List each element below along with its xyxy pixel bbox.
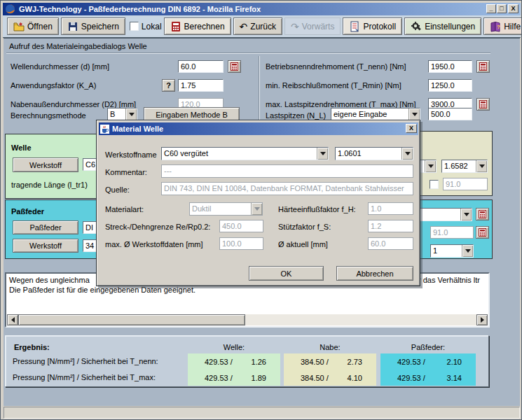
passfeder-title: Paßfeder [11,207,44,216]
materialart-label: Materialart: [105,205,144,214]
results-panel: Ergebnis: Welle: Nabe: Paßfeder: Pressun… [5,335,489,387]
document-icon [349,21,360,32]
save-floppy-icon [67,21,78,32]
dialog-close-button[interactable]: X [406,124,417,133]
protocol-button[interactable]: Protokoll [343,18,402,35]
dropdown-arrow-icon [251,203,262,215]
dropdown-arrow-icon[interactable] [460,209,472,220]
open-label: Öffnen [27,22,53,31]
material-number-combo[interactable]: 1.0601 [335,147,413,160]
dropdown-arrow-icon[interactable] [462,245,473,257]
dropdown-arrow-icon[interactable] [425,160,436,172]
dialog-title: Material Welle [112,125,163,133]
werkstoffname-combo[interactable]: C60 vergütet [161,147,329,160]
tragende-laenge-label: tragende Länge (l_tr1) [11,181,88,189]
close-button[interactable]: X [508,4,518,13]
application-window: GWJ-Technology - Paßfederberechnung DIN … [0,0,522,420]
nabe-number-value: 1.6582 [444,162,468,170]
calculator-icon [170,21,181,32]
open-button[interactable]: Öffnen [7,18,59,35]
dropdown-arrow-icon[interactable] [125,108,137,120]
trmin-label: min. Reibschlußmoment (T_Rmin) [Nm] [266,81,401,90]
browser-statusbar [4,407,520,419]
anwendungsfaktor-label: Anwendungsfaktor (K_A) [11,81,96,90]
berechnungsmethode-value: B [110,110,115,118]
column-passfeder: Paßfeder: [380,343,476,351]
tnenn-calc-button[interactable] [476,60,490,73]
help-book-icon: ? [490,21,501,32]
firefox-icon [5,4,16,15]
form-separator [6,52,490,54]
welle-werkstoff-button[interactable]: Werkstoff [13,158,78,172]
passfeder-calc-button-1[interactable] [476,208,489,220]
material-welle-dialog: Material Welle X Werkstoffname C60 vergü… [96,120,420,286]
calculate-button[interactable]: Berechnen [164,18,231,35]
passfeder-count-combo[interactable]: 1 [430,244,474,258]
result-welle-tmax: 429.53 /1.89 [188,370,280,386]
local-label: Lokal [142,22,162,31]
dropdown-arrow-icon[interactable] [401,148,413,160]
scrollbar-thumb[interactable] [18,314,245,326]
lastspitzen-input[interactable]: 500.0 [428,108,472,120]
dropdown-arrow-icon[interactable] [476,160,487,172]
settings-button[interactable]: Einstellungen [404,18,481,35]
passfeder-button[interactable]: Paßfeder [13,220,78,234]
dialog-titlebar[interactable]: Material Welle X [99,122,418,135]
question-button[interactable]: ? [162,79,175,92]
berechnungsmethode-label: Berechnungsmethode [11,111,86,120]
local-checkbox[interactable] [130,22,139,31]
material-number-value: 1.0601 [338,149,362,158]
nabe-value-field: 91.0 [443,178,488,190]
kommentar-field: --- [161,164,413,178]
werkstoffname-label: Werkstoffname [105,150,157,159]
quelle-field: DIN 743, DIN EN 10084, Datenbank FORMAT,… [161,182,413,195]
maximize-button[interactable]: □ [497,4,507,13]
passfeder-werkstoff-button[interactable]: Werkstoff [13,239,78,253]
result-nabe-tnenn: 384.50 /2.73 [284,354,376,370]
result-passfeder-tmax: 429.53 /3.14 [380,370,476,386]
undo-arrow-icon: ↶ [240,22,248,31]
window-titlebar: GWJ-Technology - Paßfederberechnung DIN … [3,3,521,15]
stuetz-label: Stützfaktor f_S: [278,223,331,231]
quelle-label: Quelle: [105,186,130,194]
wellendurchmesser-calc-button[interactable] [228,60,241,73]
back-button[interactable]: ↶ Zurück [233,18,282,35]
passfeder-value-field: 91.0 [430,226,474,239]
lastspitzen-label: Lastspitzen (N_L) [266,111,326,120]
open-folder-icon [13,21,25,32]
local-checkbox-group: Lokal [130,22,162,31]
message-line1-right: r das Verhältnis ltr [418,276,480,284]
dropdown-arrow-icon[interactable] [408,108,420,120]
horizontal-scrollbar[interactable] [7,314,488,326]
dropdown-arrow-icon[interactable] [317,148,328,160]
haerte-field: 1.0 [368,202,413,215]
ok-button[interactable]: OK [249,266,324,281]
java-cup-icon [100,125,109,134]
results-title: Ergebnis: [14,343,50,351]
window-title: GWJ-Technology - Paßfederberechnung DIN … [19,5,261,13]
nabe-number-combo[interactable]: 1.6582 [441,160,488,173]
help-button[interactable]: ? Hilfe [483,18,522,35]
message-line1-left: Wegen des ungleichma [9,276,90,284]
tmax-calc-button[interactable] [476,98,490,111]
minimize-button[interactable]: _ [486,4,496,13]
message-line2: Die Paßfeder ist für die eingegebenen Da… [9,286,195,294]
scroll-left-button[interactable] [7,314,18,326]
anwendungsfaktor-input[interactable]: 1.75 [178,79,224,92]
nabe-checkbox[interactable] [430,180,439,189]
svg-text:?: ? [497,24,500,30]
scroll-right-button[interactable] [476,314,488,326]
toolbar: Öffnen Speichern Lokal Berechnen ↶ Zurüc… [3,15,521,38]
back-label: Zurück [250,22,276,31]
trmin-input[interactable]: 1250.0 [428,79,472,92]
wellendurchmesser-input[interactable]: 60.0 [178,60,224,73]
wellendurchmesser-label: Wellendurchmesser (d) [mm] [11,62,109,71]
help-label: Hilfe [504,22,521,31]
save-button[interactable]: Speichern [61,18,125,35]
cancel-button[interactable]: Abbrechen [336,266,413,281]
tnenn-input[interactable]: 1950.0 [428,60,472,73]
passfeder-calc-button-2[interactable] [476,226,489,239]
tnenn-label: Betriebsnenndrehmoment (T_nenn) [Nm] [266,62,406,71]
result-row1-label: Pressung [N/mm²] / Sicherheit bei T_nenn… [13,357,158,365]
calculate-label: Berechnen [184,22,225,31]
